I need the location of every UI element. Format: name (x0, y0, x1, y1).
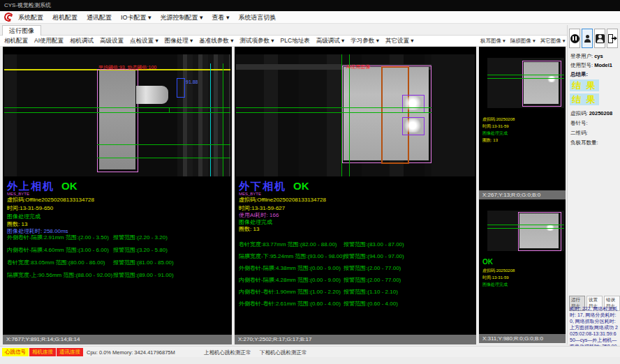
tool-advanced-settings[interactable]: 高级设置 (100, 37, 124, 45)
result-box-upper: 结 果 (570, 79, 599, 91)
lower-camera-heartbeat-text: 下相机心跳检测正常 (260, 349, 307, 356)
tool-learning-params[interactable]: 学习参数 ▾ (350, 37, 379, 45)
roi-rect-purple (402, 95, 425, 113)
roi-rect-orange (381, 66, 409, 164)
blue-measure-value: 91.88 (186, 79, 198, 84)
process-done-line: 图像处理完成 (239, 220, 272, 225)
camera-name: 外下相机 (239, 180, 286, 192)
login-user-button[interactable] (582, 29, 593, 48)
measure-row: 外侧卷针-卷针:2.61mm 范围:(0.60 - 4.00)报警范围:(0.6… (239, 300, 473, 308)
measure-row: 卷针宽度:83.77mm 范围:(82.00 - 88.00)报警范围:(83.… (239, 241, 473, 248)
measure-row: 隔膜宽度-上:90.56mm 范围:(88.00 - 92.00)报警范围:(8… (7, 271, 229, 279)
camera-image-upper[interactable]: 平均阈值:93, 动态阈值:100 91.88 (4, 54, 230, 176)
small-camera-view-1: 虚拟码:20250208 时间:13-31-59 图像处理完成 圈数: 13 X… (479, 47, 566, 199)
cpu-memory-readout: Cpu: 0.0% Memory: 3424.41796875M (87, 349, 175, 356)
ai-image-annotation: AI使用图像 (346, 63, 371, 70)
comm-connection-badge: 通讯连接 (57, 348, 83, 356)
green-guide-line (223, 63, 223, 176)
ai-elapsed-line: 使用AI耗时: 166 (239, 213, 279, 218)
measure-row: 外侧卷针-隔膜:2.91mm 范围:(2.00 - 3.50)报警范围:(2.2… (7, 234, 229, 241)
operator-button[interactable] (594, 29, 605, 48)
virtual-code-value: 20250208 (589, 110, 612, 116)
tool-advanced-debug[interactable]: 高级调试 ▾ (316, 37, 345, 45)
control-panel: 登录用户: cys 使用型号: Model1 总结果: 结 果 结 果 虚拟码:… (567, 25, 620, 344)
small-camera-image-2[interactable] (487, 211, 564, 251)
heartbeat-status-badge: 心跳信号 (2, 348, 29, 356)
menu-light-config[interactable]: 光源控制配置 ▾ (161, 13, 203, 22)
menu-camera-config[interactable]: 相机配置 (52, 13, 78, 22)
camera-image-lower[interactable]: AI使用图像 (236, 54, 475, 176)
tool-spot-check[interactable]: 点检设置 ▾ (130, 37, 158, 45)
exit-button[interactable] (607, 29, 618, 48)
camera-connection-badge: 相机连接 (29, 348, 56, 356)
menu-bar: 系统配置 相机配置 通讯配置 IO卡配置 ▾ 光源控制配置 ▾ 查看 ▾ 系统语… (0, 11, 620, 24)
menu-system-config[interactable]: 系统配置 (18, 13, 43, 22)
turns-line: 圈数: 13 (7, 222, 27, 227)
tool-other-settings[interactable]: 其它设置 ▾ (385, 37, 414, 45)
measure-row: 内侧卷针-隔膜:4.60mm 范围:(3.00 - 6.00)报警范围:(3.2… (7, 246, 229, 254)
metal-part (136, 86, 168, 104)
menu-comm-config[interactable]: 通讯配置 (87, 13, 112, 22)
menu-io-config[interactable]: IO卡配置 ▾ (121, 13, 152, 22)
tool-ai-config[interactable]: AI使用配置 (34, 37, 64, 45)
process-done-line: 图像处理完成 (7, 214, 40, 220)
tab-strip: 运行图像 (0, 24, 620, 36)
mes-label: MES_BYTE (7, 192, 29, 196)
tool-plc-address[interactable]: PLC地址表 (281, 37, 310, 45)
cyan-guide-line (210, 63, 211, 176)
turns-line: 圈数: 13 (239, 227, 259, 232)
mes-label: MES_BYTE (239, 192, 261, 196)
mini-result-line: 图像处理完成 (482, 282, 508, 288)
tool-separator-image[interactable]: 隔膜图像 ▾ (510, 38, 536, 45)
roi-rect-pink (97, 69, 138, 172)
app-logo-icon (4, 13, 14, 22)
mini-result-line: 虚拟码:20250208 (482, 116, 515, 123)
camera-name: 外上相机 (7, 180, 54, 192)
tool-camera-debug[interactable]: 相机调试 (70, 37, 94, 45)
measure-row: 内侧卷针-隔膜:4.28mm 范围:(0.00 - 9.00)报警范围:(2.0… (239, 276, 473, 284)
tool-baseline-params[interactable]: 基准线参数 ▾ (199, 37, 233, 45)
virtual-code-label: 虚拟码: 20250208 (570, 110, 612, 117)
pause-button[interactable] (569, 29, 580, 48)
window-title: CYS-视觉检测系统 (0, 0, 620, 11)
user-icon (584, 34, 591, 43)
measure-row: 隔膜宽度-下:95.24mm 范围:(93.00 - 98.00)报警范围:(9… (239, 252, 473, 260)
login-user-value: cys (594, 53, 603, 59)
mini-ok-status: OK (482, 258, 493, 266)
time-line: 时间:13-31-59-650 (7, 206, 53, 211)
pixel-readout-upper: X:7677;Y:891;R:14;G:14;B:14 (3, 335, 232, 344)
mini-result-line: 虚拟码:20250208 (482, 268, 515, 274)
mini-result-line: 图像处理完成 (482, 130, 508, 137)
pixel-readout-small-2: X:311;Y:980;R:0;G:0;B:0 (479, 334, 566, 343)
model-value: Model1 (594, 62, 612, 68)
result-ok: OK (61, 180, 78, 192)
tool-camera-config[interactable]: 相机配置 (4, 37, 28, 45)
time-line: 时间:13-31-59-627 (239, 206, 285, 211)
app-window: CYS-视觉检测系统 系统配置 相机配置 通讯配置 IO卡配置 ▾ 光源控制配置… (0, 0, 620, 364)
small-camera-view-2: OK 虚拟码:20250208 时间:13-31-59 图像处理完成 X:311… (479, 199, 566, 343)
total-result-label: 总结果: (570, 71, 588, 78)
toolbar: 相机配置 AI使用配置 相机调试 高级设置 点检设置 ▾ 图像处理 ▾ 基准线参… (0, 36, 620, 47)
tool-other-image[interactable]: 其它图像 ▾ (540, 38, 566, 45)
threshold-annotation: 平均阈值:93, 动态阈值:100 (98, 64, 156, 71)
menu-view[interactable]: 查看 ▾ (212, 13, 230, 22)
exit-door-icon (608, 34, 617, 43)
measure-row: 内侧卷针-卷针:1.90mm 范围:(1.00 - 2.20)报警范围:(1.1… (239, 288, 473, 296)
measure-row: 卷针宽度:83.05mm 范围:(80.00 - 86.00)报警范围:(81.… (7, 259, 229, 266)
pixel-readout-small-1: X:267;Y:13;R:0;G:0;B:0 (479, 190, 566, 199)
virtual-code-line: 虚拟码:Offline20250208133134728 (7, 197, 94, 203)
virtual-code-line: 虚拟码:Offline20250208133134728 (239, 197, 326, 203)
tool-tab-image[interactable]: 极耳图像 ▾ (480, 38, 505, 45)
mini-result-line: 圈数: 13 (482, 137, 498, 144)
small-camera-image-1[interactable] (487, 58, 564, 108)
menu-language-switch[interactable]: 系统语言切换 (239, 13, 276, 22)
camera-view-lower: AI使用图像 外下相机OK MES_BYTE 虚拟码:Offline202502… (235, 47, 476, 344)
tool-test-params[interactable]: 测试项参数 ▾ (239, 37, 274, 45)
result-ok: OK (293, 180, 309, 192)
login-user-label: 登录用户: cys (570, 53, 603, 60)
pause-icon (570, 34, 580, 43)
tool-image-processing[interactable]: 图像处理 ▾ (165, 37, 193, 45)
result-box-lower: 结 果 (570, 93, 599, 105)
mini-result-line: 时间:13-31-59 (482, 123, 509, 130)
model-label: 使用型号: Model1 (570, 62, 612, 69)
